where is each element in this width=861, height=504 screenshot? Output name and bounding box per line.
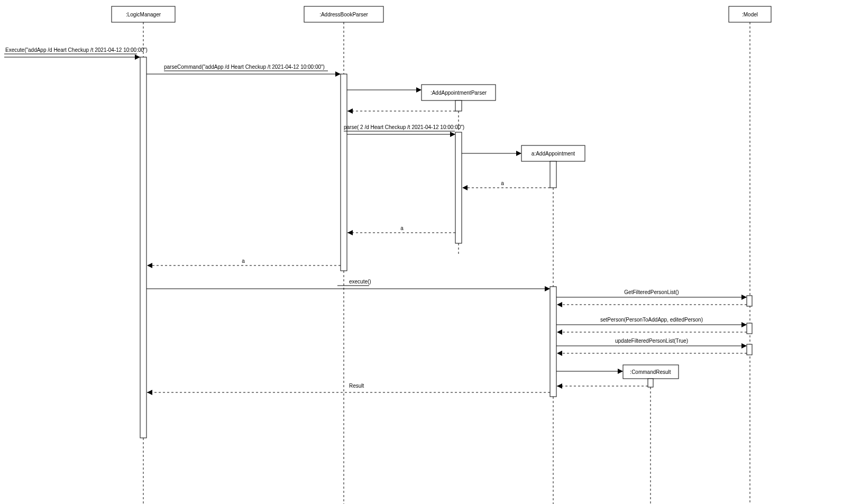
msg-updatefiltered-label: updateFilteredPersonList(True) (615, 338, 688, 344)
activation-addappointment-2 (550, 287, 556, 397)
msg-setperson-label: setPerson(PersonToAddApp, editedPerson) (600, 317, 703, 323)
activation-addappointment-1 (550, 161, 556, 188)
activation-addressbookparser (341, 74, 347, 271)
msg-return-a3-label: a (242, 258, 245, 264)
msg-result-label: Result (349, 383, 364, 389)
msg-executecall-label: execute() (349, 279, 371, 285)
activation-model-1 (747, 296, 752, 306)
lifeline-label-addressbookparser: :AddressBookParser (319, 12, 368, 17)
msg-return-a2-label: a (400, 225, 404, 231)
lifeline-label-logicmanager: :LogicManager (126, 12, 161, 17)
lifeline-label-addappointment: a:AddAppointment (532, 151, 575, 157)
lifeline-label-model: :Model (742, 12, 758, 17)
activation-logicmanager (140, 57, 146, 438)
activation-model-3 (747, 344, 752, 355)
lifeline-label-commandresult: :CommandResult (630, 369, 671, 375)
msg-getfiltered-label: GetFilteredPersonList() (624, 289, 679, 295)
msg-parse-label: parse( 2 /d Heart Checkup /t 2021-04-12 … (344, 124, 464, 130)
activation-addappointmentparser-1 (455, 100, 462, 111)
msg-return-a1-label: a (501, 180, 504, 186)
activation-model-2 (747, 323, 752, 334)
msg-execute-label: Execute("addApp /d Heart Checkup /t 2021… (5, 47, 148, 53)
activation-commandresult (648, 379, 653, 387)
lifeline-label-addappointmentparser: :AddAppointmentParser (430, 90, 487, 96)
msg-parsecommand-label: parseCommand("addApp /d Heart Checkup /t… (164, 64, 325, 70)
sequence-diagram: :LogicManager :AddressBookParser :Model … (0, 0, 861, 504)
activation-addappointmentparser-2 (455, 132, 462, 243)
